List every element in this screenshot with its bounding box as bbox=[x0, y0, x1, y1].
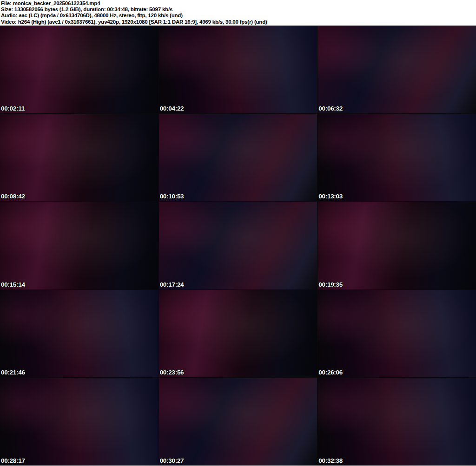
video-thumbnail: 00:17:24 bbox=[159, 202, 317, 289]
video-thumbnail: 00:10:53 bbox=[159, 114, 317, 202]
timestamp-overlay: 00:15:14 bbox=[1, 281, 25, 288]
video-thumbnail: 00:06:32 bbox=[317, 26, 476, 113]
video-info-line: Video: h264 (High) (avc1 / 0x31637661), … bbox=[1, 19, 476, 25]
timestamp-overlay: 00:06:32 bbox=[318, 105, 343, 112]
timestamp-overlay: 00:32:38 bbox=[318, 457, 343, 464]
timestamp-overlay: 00:17:24 bbox=[160, 281, 184, 288]
video-thumbnail: 00:08:42 bbox=[0, 114, 159, 202]
thumbnail-grid: 00:02:11 00:04:22 00:06:32 00:08:42 00:1… bbox=[0, 26, 476, 466]
video-metadata-header: File: monica_becker_202506122354.mp4 Siz… bbox=[0, 0, 476, 26]
video-thumbnail: 00:15:14 bbox=[0, 202, 159, 289]
timestamp-overlay: 00:26:06 bbox=[318, 369, 343, 376]
timestamp-overlay: 00:02:11 bbox=[1, 105, 25, 112]
video-thumbnail: 00:28:17 bbox=[0, 378, 159, 466]
file-name-line: File: monica_becker_202506122354.mp4 bbox=[1, 0, 476, 7]
timestamp-overlay: 00:13:03 bbox=[318, 193, 343, 200]
video-thumbnail: 00:23:56 bbox=[159, 290, 317, 378]
timestamp-overlay: 00:04:22 bbox=[160, 105, 184, 112]
timestamp-overlay: 00:30:27 bbox=[160, 457, 184, 464]
file-size-line: Size: 1330582056 bytes (1.2 GiB), durati… bbox=[1, 7, 476, 13]
video-thumbnail: 00:02:11 bbox=[0, 26, 159, 113]
video-thumbnail: 00:21:46 bbox=[0, 290, 159, 378]
video-thumbnail: 00:32:38 bbox=[317, 378, 476, 466]
timestamp-overlay: 00:10:53 bbox=[160, 193, 184, 200]
timestamp-overlay: 00:08:42 bbox=[1, 193, 25, 200]
video-thumbnail: 00:30:27 bbox=[159, 378, 317, 466]
audio-info-line: Audio: aac (LC) (mp4a / 0x6134706D), 480… bbox=[1, 13, 476, 19]
video-thumbnail: 00:26:06 bbox=[317, 290, 476, 378]
timestamp-overlay: 00:23:56 bbox=[160, 369, 184, 376]
video-thumbnail: 00:13:03 bbox=[317, 114, 476, 202]
video-thumbnail: 00:19:35 bbox=[317, 202, 476, 289]
timestamp-overlay: 00:21:46 bbox=[1, 369, 25, 376]
timestamp-overlay: 00:28:17 bbox=[1, 457, 25, 464]
timestamp-overlay: 00:19:35 bbox=[318, 281, 343, 288]
video-thumbnail: 00:04:22 bbox=[159, 26, 317, 113]
